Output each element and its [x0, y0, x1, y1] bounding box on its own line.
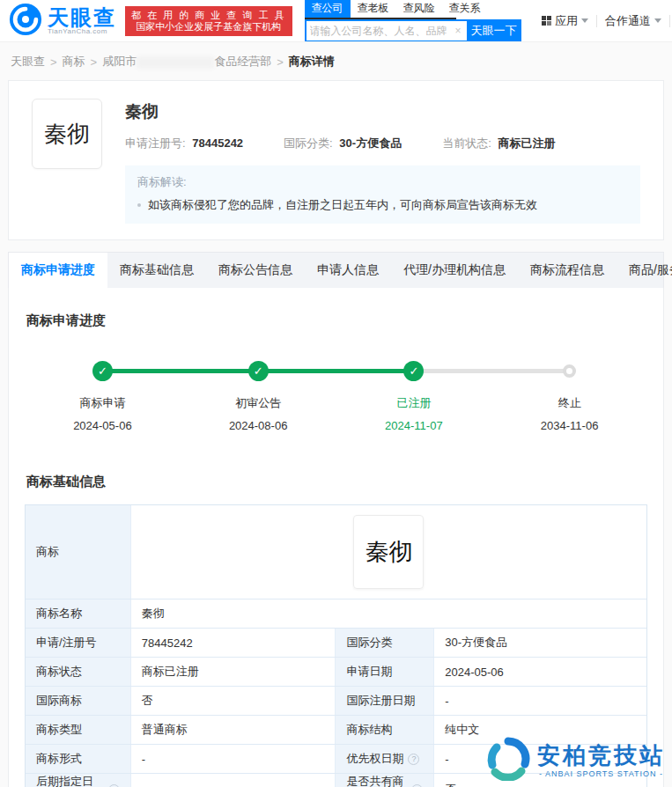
nav-apps-label: 应用 [555, 13, 578, 29]
row-label: 国际注册日期 [335, 687, 434, 715]
tianyancha-logo[interactable]: 天眼查 TianYanCha.com [9, 3, 116, 39]
row-label: 商标 [26, 505, 131, 599]
step-date: 2024-05-06 [73, 419, 132, 432]
row-value: 普通商标 [131, 716, 336, 744]
help-question-icon[interactable]: ? [408, 754, 419, 765]
table-row: 国际商标 否 国际注册日期 - [26, 686, 646, 715]
tab-basic-info[interactable]: 商标基础信息 [107, 253, 206, 288]
progress-section-title: 商标申请进度 [25, 288, 647, 329]
row-label: 国际分类 [335, 629, 434, 657]
trademark-image-cell: 秦彻 [131, 505, 646, 599]
apps-grid-icon [542, 16, 552, 26]
timeline-step-registered: ✓ 已注册 2024-11-07 [336, 361, 492, 432]
trademark-title: 秦彻 [125, 100, 640, 123]
insight-title: 商标解读: [137, 174, 628, 190]
table-row: 商标名称 秦彻 [26, 599, 646, 628]
check-circle-icon: ✓ [403, 361, 424, 381]
row-label: 商标名称 [26, 599, 131, 628]
logo-domain: TianYanCha.com [48, 27, 116, 35]
row-label: 商标结构 [335, 716, 434, 744]
row-label: 商标类型 [26, 716, 131, 744]
tab-announcement-info[interactable]: 商标公告信息 [206, 253, 305, 288]
trademark-image: 秦彻 [353, 515, 424, 589]
current-status-label: 当前状态: [442, 136, 491, 150]
row-label: 后期指定日期 ? [26, 774, 131, 787]
promo-badge-line2: 国家中小企业发展子基金旗下机构 [131, 21, 286, 33]
trademark-image: 秦彻 [32, 99, 102, 169]
anbai-swirl-icon [486, 737, 530, 783]
breadcrumb: 天眼查 > 商标 > 咸阳市食品经营部 > 商标详情 [0, 42, 672, 80]
row-value: 30-方便食品 [434, 629, 646, 657]
search-block: 查公司 查老板 查风险 查关系 × 天眼一下 [305, 0, 521, 42]
step-date: 2024-11-07 [385, 419, 443, 432]
row-value: - [131, 745, 336, 773]
reg-no-value: 78445242 [192, 136, 243, 150]
trademark-insight-box: 商标解读: 如该商标侵犯了您的品牌，自注册之日起五年内，可向商标局宣告该商标无效 [125, 165, 640, 224]
step-date: 2034-11-06 [541, 419, 599, 432]
tab-process-info[interactable]: 商标流程信息 [518, 253, 617, 288]
row-label-text: 是否共有商标 [346, 774, 407, 787]
table-row: 商标状态 商标已注册 申请日期 2024-05-06 [26, 657, 646, 686]
breadcrumb-separator: > [91, 55, 98, 69]
help-question-icon[interactable]: ? [411, 784, 423, 787]
check-circle-icon: ✓ [92, 361, 113, 381]
anbai-subtitle: - ANBAI SPORTS STATION - [537, 769, 665, 778]
search-input[interactable] [306, 25, 450, 37]
search-tab-risk[interactable]: 查风险 [396, 0, 442, 18]
step-date: 2024-08-06 [229, 419, 288, 432]
row-value: 商标已注册 [131, 658, 336, 686]
row-label: 商标形式 [26, 745, 131, 773]
tab-applicant-info[interactable]: 申请人信息 [305, 253, 391, 288]
row-value: - [434, 687, 646, 715]
chevron-down-icon [654, 18, 661, 23]
row-label: 国际商标 [26, 687, 131, 715]
row-label-text: 优先权日期 [346, 751, 403, 767]
help-question-icon[interactable]: ? [108, 784, 120, 787]
breadcrumb-company[interactable]: 咸阳市食品经营部 [102, 54, 271, 70]
breadcrumb-company-suffix: 食品经营部 [214, 55, 271, 68]
search-tab-boss[interactable]: 查老板 [351, 0, 396, 18]
row-value: - [131, 774, 336, 787]
breadcrumb-separator: > [50, 55, 57, 69]
nav-partner-label: 合作通道 [605, 13, 651, 29]
row-label: 商标状态 [26, 658, 131, 686]
current-status-value: 商标已注册 [498, 136, 555, 150]
detail-content: 商标申请进度 ✓ 商标申请 2024-05-06 ✓ 初审公告 2024-08-… [8, 288, 664, 787]
breadcrumb-separator: > [277, 55, 284, 69]
breadcrumb-home[interactable]: 天眼查 [11, 54, 45, 70]
check-circle-icon: ✓ [248, 361, 269, 381]
nav-partner[interactable]: 合作通道 [597, 13, 669, 29]
chevron-down-icon [581, 18, 588, 23]
row-value: 否 [131, 687, 336, 715]
row-label: 申请日期 [335, 658, 434, 686]
tab-goods-services[interactable]: 商品/服务项目 [617, 253, 672, 288]
tab-agency-info[interactable]: 代理/办理机构信息 [391, 253, 518, 288]
promo-badge-line1: 都 在 用 的 商 业 查 询 工 具 [131, 10, 286, 21]
step-label: 商标申请 [79, 395, 125, 411]
search-tabs: 查公司 查老板 查风险 查关系 [305, 0, 456, 19]
reg-no-label: 申请注册号: [125, 136, 186, 150]
bullet-dot-icon [137, 203, 141, 207]
row-value: 秦彻 [131, 599, 646, 628]
step-label: 初审公告 [235, 395, 281, 411]
tab-application-progress[interactable]: 商标申请进度 [9, 253, 107, 288]
search-tab-relation[interactable]: 查关系 [442, 0, 488, 18]
search-input-wrap: × [305, 19, 467, 42]
promo-badge: 都 在 用 的 商 业 查 询 工 具 国家中小企业发展子基金旗下机构 [125, 6, 292, 36]
anbai-title: 安柏竞技站 [537, 743, 665, 768]
row-value: 2024-05-06 [434, 658, 646, 686]
tianyancha-eye-icon [9, 3, 42, 39]
clear-search-icon[interactable]: × [450, 25, 467, 37]
table-row: 申请/注册号 78445242 国际分类 30-方便食品 [26, 628, 646, 657]
search-button[interactable]: 天眼一下 [467, 19, 521, 42]
search-tab-company[interactable]: 查公司 [305, 0, 351, 18]
timeline-step-applied: ✓ 商标申请 2024-05-06 [25, 361, 181, 432]
trademark-summary-card: 秦彻 秦彻 申请注册号: 78445242 国际分类: 30-方便食品 当前状态… [8, 80, 664, 240]
timeline-step-termination: 终止 2034-11-06 [491, 361, 647, 432]
breadcrumb-current: 商标详情 [289, 54, 335, 70]
intl-class-label: 国际分类: [284, 136, 333, 150]
anbai-watermark: 安柏竞技站 - ANBAI SPORTS STATION - [486, 737, 665, 783]
detail-tabs: 商标申请进度 商标基础信息 商标公告信息 申请人信息 代理/办理机构信息 商标流… [8, 252, 664, 288]
nav-apps[interactable]: 应用 [534, 13, 597, 29]
breadcrumb-trademark[interactable]: 商标 [63, 54, 85, 70]
